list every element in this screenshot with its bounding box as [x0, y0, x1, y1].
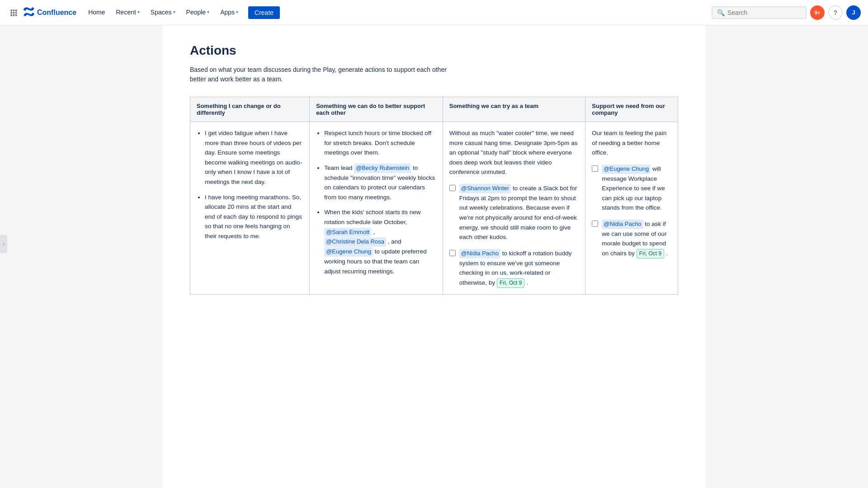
checkbox-row: @Shannon Winter to create a Slack bot fo…	[449, 183, 579, 242]
svg-rect-1	[13, 9, 15, 11]
svg-rect-3	[10, 12, 12, 14]
nav-recent[interactable]: Recent ▾	[111, 0, 144, 25]
date-tag: Fri, Oct 9	[497, 278, 524, 288]
nav-home[interactable]: Home	[84, 0, 109, 25]
list-item: Respect lunch hours or time blocked off …	[324, 128, 436, 158]
mention-shannon: @Shannon Winter	[459, 184, 511, 193]
list-item: I get video fatigue when I have more tha…	[205, 128, 303, 187]
mention-nidia-team: @Nidia Pacho	[459, 249, 500, 258]
mention-eugene-co: @Eugene Chung	[602, 164, 651, 174]
recent-chevron-icon: ▾	[137, 9, 140, 14]
grid-icon[interactable]	[7, 6, 20, 19]
col-header-3: Something we can try as a team	[443, 97, 585, 122]
apps-chevron-icon: ▾	[236, 9, 238, 14]
list-item: Team lead @Becky Rubenstein to schedule …	[324, 163, 436, 202]
top-navigation: Confluence Home Recent ▾ Spaces ▾ People…	[0, 0, 868, 25]
checkbox-row: @Nidia Pacho to ask if we can use some o…	[592, 219, 671, 258]
sidebar-toggle[interactable]: ›	[0, 235, 7, 253]
list-item: When the kids' school starts its new rot…	[324, 207, 436, 276]
col-header-4: Support we need from our company	[585, 97, 678, 122]
col4-cell: Our team is feeling the pain of needing …	[585, 122, 678, 295]
nav-people[interactable]: People ▾	[182, 0, 214, 25]
mention-sarah: @Sarah Emmott	[324, 228, 371, 237]
checkbox-nidia-co[interactable]	[592, 221, 598, 227]
actions-table: Something I can change or do differently…	[190, 97, 678, 295]
col-header-2: Something we can do to better support ea…	[310, 97, 443, 122]
col3-cell: Without as much "water cooler" time, we …	[443, 122, 585, 295]
people-chevron-icon: ▾	[207, 9, 209, 14]
checkbox-nidia-team[interactable]	[449, 250, 456, 256]
search-icon: 🔍	[717, 9, 725, 16]
checkbox-shannon[interactable]	[449, 185, 456, 191]
page-title: Actions	[190, 43, 678, 58]
main-content: Actions Based on what your team discusse…	[163, 25, 705, 488]
svg-rect-2	[15, 9, 17, 11]
svg-rect-6	[10, 14, 12, 16]
mention-christine: @Christine Dela Rosa	[324, 237, 386, 247]
search-box[interactable]: 🔍	[712, 6, 807, 19]
svg-rect-0	[10, 9, 12, 11]
svg-rect-5	[15, 12, 17, 14]
col-header-1: Something I can change or do differently	[190, 97, 310, 122]
col4-intro: Our team is feeling the pain of needing …	[592, 128, 671, 158]
date-tag-co: Fri, Oct 9	[637, 249, 664, 258]
nav-spaces[interactable]: Spaces ▾	[146, 0, 180, 25]
svg-rect-4	[13, 12, 15, 14]
col1-cell: I get video fatigue when I have more tha…	[190, 122, 310, 295]
logo-text: Confluence	[37, 9, 76, 17]
create-button[interactable]: Create	[248, 6, 280, 19]
help-button[interactable]: ?	[828, 5, 843, 20]
spaces-chevron-icon: ▾	[173, 9, 175, 14]
svg-rect-8	[15, 14, 17, 16]
notification-button[interactable]: 9+	[810, 5, 825, 20]
col2-cell: Respect lunch hours or time blocked off …	[310, 122, 443, 295]
checkbox-eugene[interactable]	[592, 165, 598, 172]
checkbox-row: @Nidia Pacho to kickoff a rotation buddy…	[449, 249, 579, 288]
confluence-logo[interactable]: Confluence	[24, 6, 76, 19]
svg-rect-7	[13, 14, 15, 16]
list-item: I have long meeting marathons. So, alloc…	[205, 192, 303, 241]
mention-eugene: @Eugene Chung	[324, 247, 373, 257]
page-description: Based on what your team discusses during…	[190, 65, 461, 84]
search-input[interactable]	[727, 9, 801, 16]
avatar[interactable]: J	[846, 5, 861, 20]
nav-apps[interactable]: Apps ▾	[216, 0, 243, 25]
checkbox-row: @Eugene Chung will message Workplace Exp…	[592, 164, 671, 213]
mention-nidia-co: @Nidia Pacho	[602, 220, 643, 229]
mention-becky: @Becky Rubenstein	[354, 164, 411, 173]
